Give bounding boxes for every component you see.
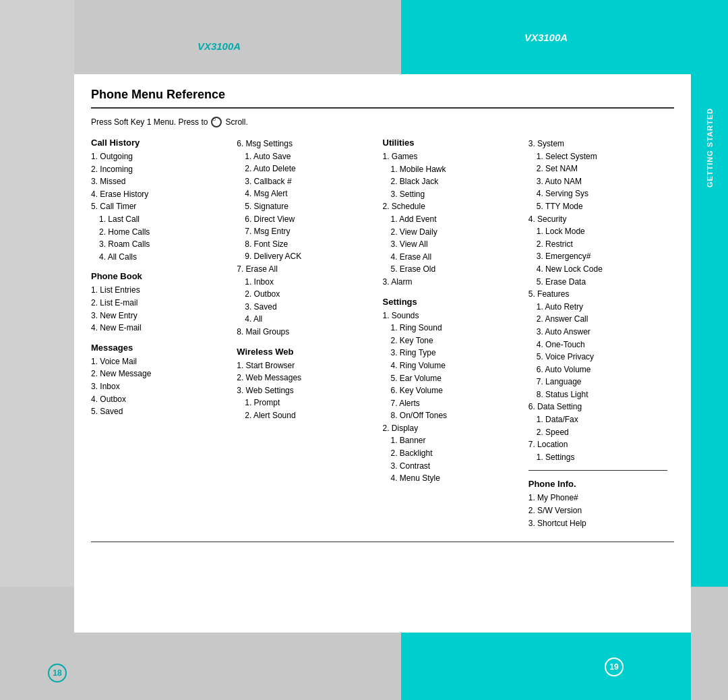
- list-item: 1. Settings: [528, 451, 667, 464]
- scroll-icon: [211, 117, 222, 127]
- section-messages-title: Messages: [91, 343, 230, 353]
- list-item: 1. Prompt: [237, 397, 375, 409]
- list-item: 3. Ring Type: [383, 347, 522, 359]
- list-item: 4. Erase History: [91, 188, 230, 201]
- list-item: 3. View All: [383, 238, 522, 251]
- section-utilities-title: Utilities: [383, 138, 522, 148]
- settings-list: 1. Sounds 1. Ring Sound 2. Key Tone 3. R…: [383, 310, 522, 485]
- list-item: 5. Ear Volume: [383, 372, 522, 385]
- press-instruction: Press Soft Key 1 Menu. Press to Scroll.: [91, 117, 674, 127]
- section-wireless-web-title: Wireless Web: [237, 347, 375, 357]
- list-item: 3. Setting: [383, 188, 522, 201]
- list-item: 2. Home Calls: [91, 226, 230, 239]
- sidebar-label: Getting Started: [706, 108, 714, 187]
- divider: [528, 470, 667, 471]
- list-item: 2. Set NAM: [528, 163, 667, 175]
- list-item: 2. New Message: [91, 368, 230, 380]
- list-item: 3. Emergency#: [528, 250, 667, 263]
- list-item: 4. Outbox: [91, 393, 230, 406]
- list-item: 1. Outgoing: [91, 150, 230, 163]
- list-item: 2. Outbox: [237, 288, 375, 301]
- page-number-right: 19: [605, 658, 624, 676]
- press-instruction-post: Scroll.: [225, 117, 247, 127]
- page-number-left: 18: [48, 664, 67, 682]
- list-item: 1. Games: [383, 150, 522, 163]
- list-item: 1. Start Browser: [237, 359, 375, 372]
- section-call-history-title: Call History: [91, 138, 230, 148]
- phone-info-list: 1. My Phone# 2. S/W Version 3. Shortcut …: [528, 492, 667, 529]
- bottom-left-area: 18: [34, 660, 81, 687]
- list-item: 8. On/Off Tones: [383, 409, 522, 422]
- list-item: 6. Key Volume: [383, 384, 522, 397]
- list-item: 1. List Entries: [91, 284, 230, 297]
- list-item: 3. Auto Answer: [528, 326, 667, 339]
- right-panel: Getting Started: [691, 0, 728, 587]
- list-item: 4. All: [237, 313, 375, 326]
- list-item: 1. Last Call: [91, 213, 230, 226]
- list-item: 8. Mail Groups: [237, 326, 375, 339]
- list-item: 5. Erase Data: [528, 276, 667, 289]
- list-item: 4. One-Touch: [528, 339, 667, 351]
- phone-book-list: 1. List Entries 2. List E-mail 3. New En…: [91, 284, 230, 334]
- list-item: 1. My Phone#: [528, 492, 667, 504]
- list-item: 1. Mobile Hawk: [383, 163, 522, 176]
- list-item: 4. Msg Alert: [237, 187, 375, 200]
- list-item: 2. Backlight: [383, 447, 522, 460]
- list-item: 3. System: [528, 138, 667, 150]
- menu-columns: Call History 1. Outgoing 2. Incoming 3. …: [91, 138, 674, 535]
- list-item: 7. Msg Entry: [237, 225, 375, 238]
- page-title: Phone Menu Reference: [91, 88, 674, 109]
- msg-settings-list: 6. Msg Settings 1. Auto Save 2. Auto Del…: [237, 138, 375, 339]
- list-item: 6. Data Setting: [528, 401, 667, 413]
- top-left-header: VX3100A: [74, 40, 364, 52]
- list-item: 5. Erase Old: [383, 263, 522, 276]
- list-item: 2. Speed: [528, 426, 667, 439]
- list-item: 7. Alerts: [383, 397, 522, 410]
- list-item: 1. Banner: [383, 434, 522, 447]
- list-item: 4. Erase All: [383, 251, 522, 264]
- list-item: 2. List E-mail: [91, 297, 230, 310]
- list-item: 3. Roam Calls: [91, 238, 230, 251]
- list-item: 4. Security: [528, 213, 667, 226]
- list-item: 2. Schedule: [383, 200, 522, 213]
- page-wrapper: Getting Started VX3100A VX3100A Phone Me…: [0, 0, 728, 700]
- list-item: 1. Auto Save: [237, 150, 375, 163]
- list-item: 5. Features: [528, 288, 667, 301]
- left-model-name: VX3100A: [198, 40, 241, 52]
- top-right-header: VX3100A: [401, 0, 691, 74]
- column-3: Utilities 1. Games 1. Mobile Hawk 2. Bla…: [383, 138, 528, 535]
- list-item: 9. Delivery ACK: [237, 250, 375, 263]
- call-history-list: 1. Outgoing 2. Incoming 3. Missed 4. Era…: [91, 150, 230, 263]
- list-item: 3. Saved: [237, 301, 375, 314]
- list-item: 7. Language: [528, 376, 667, 388]
- list-item: 4. Serving Sys: [528, 187, 667, 200]
- list-item: 1. Lock Mode: [528, 225, 667, 238]
- bottom-divider: [91, 542, 674, 542]
- list-item: 3. Missed: [91, 175, 230, 188]
- list-item: 1. Sounds: [383, 310, 522, 322]
- list-item: 2. Answer Call: [528, 313, 667, 326]
- system-list: 3. System 1. Select System 2. Set NAM 3.…: [528, 138, 667, 463]
- list-item: 4. Ring Volume: [383, 359, 522, 372]
- list-item: 3. New Entry: [91, 310, 230, 322]
- list-item: 2. View Daily: [383, 226, 522, 239]
- list-item: 7. Erase All: [237, 263, 375, 276]
- list-item: 3. Auto NAM: [528, 175, 667, 188]
- section-settings-title: Settings: [383, 297, 522, 307]
- list-item: 3. Callback #: [237, 175, 375, 188]
- list-item: 1. Select System: [528, 150, 667, 163]
- list-item: 5. Saved: [91, 405, 230, 418]
- column-2: 6. Msg Settings 1. Auto Save 2. Auto Del…: [237, 138, 382, 535]
- list-item: 8. Font Size: [237, 238, 375, 251]
- list-item: 6. Direct View: [237, 213, 375, 226]
- right-model-name: VX3100A: [524, 32, 568, 43]
- list-item: 3. Web Settings: [237, 384, 375, 397]
- list-item: 2. S/W Version: [528, 504, 667, 517]
- list-item: 4. New Lock Code: [528, 263, 667, 276]
- list-item: 4. Menu Style: [383, 472, 522, 485]
- list-item: 2. Alert Sound: [237, 409, 375, 422]
- section-phone-info-title: Phone Info.: [528, 479, 667, 489]
- list-item: 5. Call Timer: [91, 200, 230, 213]
- press-instruction-pre: Press Soft Key 1 Menu. Press to: [91, 117, 208, 127]
- utilities-list: 1. Games 1. Mobile Hawk 2. Black Jack 3.…: [383, 150, 522, 289]
